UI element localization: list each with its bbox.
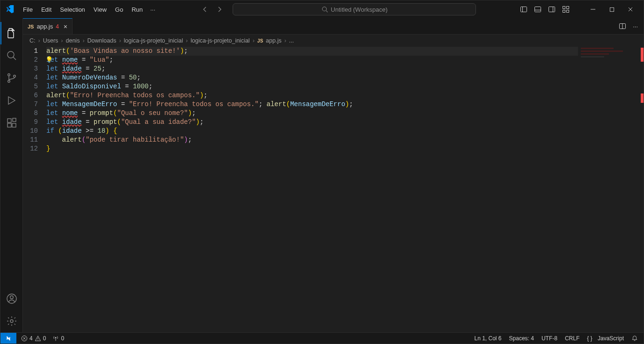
more-actions-icon[interactable]: ··· bbox=[633, 23, 638, 30]
breadcrumb-symbol[interactable]: ... bbox=[289, 37, 294, 44]
code-editor[interactable]: 1 2 3 4 5 6 7 8 9 10 11 12 💡 alert('Boas… bbox=[23, 47, 644, 332]
status-indentation[interactable]: Spaces: 4 bbox=[509, 335, 534, 342]
breadcrumb-part[interactable]: logica-js-projeto_inicial bbox=[190, 37, 249, 44]
workbench: JS app.js 4 × ··· C:› Users› denis› Down… bbox=[0, 18, 644, 332]
svg-rect-22 bbox=[7, 123, 11, 127]
code-content[interactable]: 💡 alert('Boas Vindas ao nosso site!'); l… bbox=[46, 47, 644, 332]
lightbulb-icon[interactable]: 💡 bbox=[45, 56, 53, 64]
status-encoding[interactable]: UTF-8 bbox=[542, 335, 557, 342]
svg-point-19 bbox=[7, 80, 10, 83]
activity-run-debug-icon[interactable] bbox=[0, 89, 23, 112]
code-line[interactable]: let nome = "Lua"; bbox=[46, 56, 578, 64]
breadcrumb-part[interactable]: logica-js-projeto_inicial bbox=[124, 37, 183, 44]
status-problems[interactable]: 4 0 bbox=[21, 335, 46, 342]
svg-point-0 bbox=[322, 7, 327, 11]
code-line[interactable]: alert("pode tirar habilitação!"); bbox=[46, 136, 578, 144]
menu-view[interactable]: View bbox=[90, 4, 110, 15]
code-line[interactable]: let idade = prompt("Qual a sua idade?"); bbox=[46, 118, 578, 127]
window-minimize-icon[interactable] bbox=[584, 2, 602, 16]
nav-back-icon[interactable] bbox=[202, 6, 209, 13]
breadcrumb-part[interactable]: denis bbox=[66, 37, 80, 44]
menu-run[interactable]: Run bbox=[128, 4, 146, 15]
svg-rect-4 bbox=[535, 7, 541, 12]
titlebar: File Edit Selection View Go Run ··· Unti… bbox=[0, 0, 644, 18]
code-line[interactable]: alert('Boas Vindas ao nosso site!'); bbox=[46, 47, 578, 56]
tab-problem-count: 4 bbox=[56, 23, 59, 30]
command-center-text: Untitled (Workspace) bbox=[331, 6, 388, 13]
editor-group: JS app.js 4 × ··· C:› Users› denis› Down… bbox=[23, 18, 644, 332]
menu-more[interactable]: ··· bbox=[147, 4, 158, 15]
status-ports[interactable]: 0 bbox=[52, 335, 64, 342]
activity-source-control-icon[interactable] bbox=[0, 67, 23, 89]
nav-forward-icon[interactable] bbox=[216, 6, 223, 13]
svg-line-17 bbox=[13, 57, 16, 60]
activity-search-icon[interactable] bbox=[0, 44, 23, 67]
svg-rect-8 bbox=[563, 7, 565, 9]
nav-arrows bbox=[202, 6, 223, 13]
status-language[interactable]: { } JavaScript bbox=[587, 335, 624, 342]
code-line[interactable]: let idade = 25; bbox=[46, 64, 578, 73]
status-notifications-icon[interactable] bbox=[631, 335, 638, 342]
layout-left-icon[interactable] bbox=[520, 6, 527, 13]
tab-actions: ··· bbox=[619, 18, 644, 34]
code-line[interactable]: alert("Erro! Preencha todos os campos.")… bbox=[46, 91, 578, 100]
menu-file[interactable]: File bbox=[19, 4, 37, 15]
activity-explorer-icon[interactable] bbox=[0, 22, 23, 44]
layout-bottom-icon[interactable] bbox=[534, 6, 542, 13]
braces-icon: { } bbox=[587, 335, 592, 342]
minimap[interactable] bbox=[581, 47, 637, 65]
svg-rect-9 bbox=[567, 7, 569, 9]
activity-extensions-icon[interactable] bbox=[0, 112, 23, 134]
tab-close-icon[interactable]: × bbox=[64, 23, 67, 30]
breadcrumb-part[interactable]: Users bbox=[43, 37, 59, 44]
menu-edit[interactable]: Edit bbox=[37, 4, 55, 15]
svg-rect-6 bbox=[549, 7, 555, 12]
status-bar: 4 0 0 Ln 1, Col 6 Spaces: 4 UTF-8 CRLF {… bbox=[0, 332, 644, 344]
warning-icon bbox=[35, 335, 41, 342]
status-eol[interactable]: CRLF bbox=[565, 335, 579, 342]
svg-rect-24 bbox=[13, 118, 16, 122]
line-number-gutter: 1 2 3 4 5 6 7 8 9 10 11 12 bbox=[23, 47, 46, 332]
code-line[interactable]: let MensagemDeErro = "Erro! Preencha tod… bbox=[46, 100, 578, 109]
svg-point-18 bbox=[7, 74, 10, 76]
breadcrumb-file[interactable]: app.js bbox=[266, 37, 281, 44]
window-close-icon[interactable] bbox=[621, 2, 640, 16]
overview-ruler[interactable] bbox=[638, 47, 644, 332]
split-editor-icon[interactable] bbox=[619, 22, 626, 30]
svg-point-26 bbox=[10, 296, 13, 299]
tab-label: app.js bbox=[37, 23, 53, 30]
breadcrumb[interactable]: C:› Users› denis› Downloads› logica-js-p… bbox=[23, 35, 644, 47]
menu-go[interactable]: Go bbox=[111, 4, 127, 15]
svg-point-27 bbox=[10, 320, 13, 322]
tab-app-js[interactable]: JS app.js 4 × bbox=[23, 18, 73, 34]
error-icon bbox=[21, 335, 28, 342]
code-line[interactable]: let NumeroDeVendas = 50; bbox=[46, 73, 578, 82]
breadcrumb-part[interactable]: Downloads bbox=[88, 37, 117, 44]
breadcrumb-part[interactable]: C: bbox=[29, 37, 36, 44]
status-cursor-position[interactable]: Ln 1, Col 6 bbox=[475, 335, 502, 342]
code-line[interactable]: if (idade >= 18) { bbox=[46, 127, 578, 136]
code-line[interactable]: let SaldoDisponivel = 1000; bbox=[46, 82, 578, 91]
js-file-icon: JS bbox=[28, 24, 34, 29]
command-center[interactable]: Untitled (Workspace) bbox=[233, 3, 476, 15]
menu-bar: File Edit Selection View Go Run ··· bbox=[19, 4, 158, 15]
remote-indicator-icon[interactable] bbox=[0, 333, 16, 344]
svg-rect-23 bbox=[12, 123, 16, 127]
titlebar-center: Untitled (Workspace) bbox=[160, 3, 518, 15]
window-maximize-icon[interactable] bbox=[602, 2, 621, 16]
code-line[interactable]: let nome = prompt("Qual o seu nome?"); bbox=[46, 109, 578, 118]
activity-bar bbox=[0, 18, 23, 332]
svg-point-34 bbox=[37, 339, 38, 340]
activity-accounts-icon[interactable] bbox=[0, 287, 23, 310]
svg-rect-10 bbox=[563, 10, 565, 13]
js-file-icon: JS bbox=[257, 38, 263, 43]
activity-settings-icon[interactable] bbox=[0, 310, 23, 332]
code-line[interactable]: } bbox=[46, 144, 578, 153]
layout-right-icon[interactable] bbox=[548, 6, 556, 13]
layout-customize-icon[interactable] bbox=[562, 6, 570, 13]
svg-rect-2 bbox=[521, 7, 527, 12]
tab-bar: JS app.js 4 × ··· bbox=[23, 18, 644, 35]
menu-selection[interactable]: Selection bbox=[56, 4, 88, 15]
svg-point-16 bbox=[7, 51, 14, 58]
svg-rect-11 bbox=[567, 10, 569, 13]
